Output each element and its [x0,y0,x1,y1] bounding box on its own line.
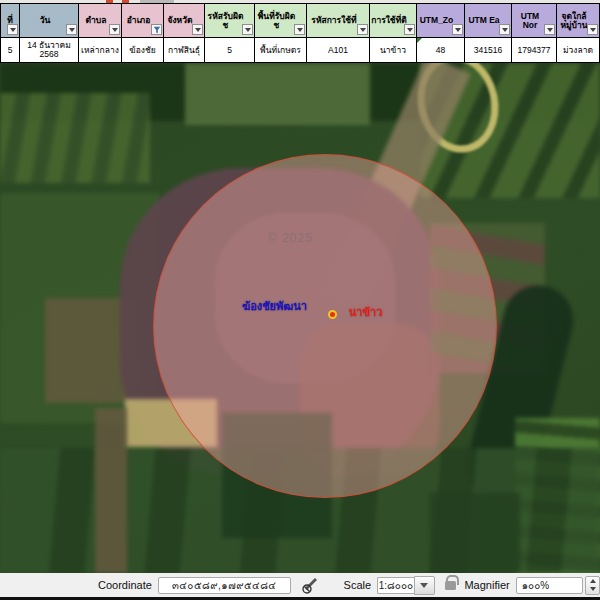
landuse-map-label: นาข้าว [349,303,383,321]
magnifier-spinner[interactable] [585,576,600,595]
column-header-landuse-code[interactable]: รหัสการใช้ที่ [307,4,370,37]
survey-point-marker[interactable] [328,310,337,319]
column-header-label: การใช้ที่ดิ [371,16,407,25]
filter-dropdown-icon[interactable] [242,24,253,35]
lock-icon [445,581,457,590]
column-header-no[interactable]: ที่ [0,4,20,37]
chevron-down-icon [420,583,428,588]
pen-disabled-icon [301,577,318,594]
cell-resp-area[interactable]: พื้นที่เกษตร [255,38,307,62]
column-header-label: จังหวัด [167,16,192,25]
cell-utm-zone[interactable]: 48 [417,38,465,62]
filter-dropdown-icon[interactable] [192,24,203,35]
cell-landuse-code[interactable]: A101 [307,38,370,62]
cell-utm-east[interactable]: 341516 [465,38,512,62]
gis-application-window: ที่ วัน ตำบล อำเภอ จังหวัด รหัสรับผิดช พ… [0,0,600,600]
filter-dropdown-icon[interactable] [66,24,77,35]
filter-dropdown-icon[interactable] [499,24,510,35]
column-header-label: พื้นที่รับผิดช [256,12,297,30]
column-header-resp-area[interactable]: พื้นที่รับผิดช [255,4,307,37]
column-header-label: วัน [40,16,51,25]
column-header-resp-code[interactable]: รหัสรับผิดช [205,4,255,37]
coordinate-label: Coordinate [98,579,152,591]
scale-label: Scale [344,579,372,591]
column-header-label: UTM Ea [468,16,499,25]
chevron-up-icon [590,579,596,583]
spinner-down-button[interactable] [586,585,599,594]
cell-nearest-village[interactable]: ม่วงลาด [557,38,600,62]
buffer-circle-overlay [153,154,497,498]
filter-dropdown-icon[interactable] [404,24,415,35]
filter-dropdown-icon[interactable] [7,24,18,35]
status-bar: Coordinate ๓๔๐๕๘๙,๑๗๙๕๔๘๔ Scale 1:๘๐๐๐ M… [0,573,600,597]
scale-input[interactable]: 1:๘๐๐๐ [377,577,414,594]
magnifier-label: Magnifier [464,579,509,591]
toolbar-icon-fragment [122,0,129,3]
table-row[interactable]: 5 14 ธันวาคม 2568 เหล่ากลาง ฆ้องชัย กาฬส… [0,38,600,63]
cell-utm-north[interactable]: 1794377 [512,38,557,62]
cell-no[interactable]: 5 [0,38,20,62]
cell-subdistrict[interactable]: เหล่ากลาง [79,38,122,62]
filter-dropdown-icon[interactable] [452,24,463,35]
chevron-down-icon [590,587,596,591]
column-header-label: ตำบล [86,16,107,25]
column-header-date[interactable]: วัน [20,4,79,37]
column-header-utm-east[interactable]: UTM Ea [465,4,512,37]
filter-dropdown-icon[interactable] [587,24,598,35]
map-field-patch [95,408,127,573]
filter-dropdown-icon[interactable] [544,24,555,35]
column-header-label: อำเภอ [127,16,151,25]
scale-dropdown-button[interactable] [414,576,435,595]
filter-funnel-icon[interactable] [151,24,162,35]
column-header-district[interactable]: อำเภอ [122,4,164,37]
coordinate-input[interactable]: ๓๔๐๕๘๙,๑๗๙๕๔๘๔ [158,577,291,594]
column-header-nearest-village[interactable]: จุดใกล้หมู่บ้าน [557,4,600,37]
toolbar-sliver [0,0,600,3]
spinner-up-button[interactable] [586,577,599,586]
column-header-label: จุดใกล้หมู่บ้าน [558,12,590,30]
column-header-utm-north[interactable]: UTM Nor [512,4,557,37]
column-header-utm-zone[interactable]: UTM_Zo [417,4,465,37]
column-header-label: UTM_Zo [420,16,454,25]
cell-utm-zone-value: 48 [436,46,445,55]
filter-dropdown-icon[interactable] [109,24,120,35]
magnifier-value: ๑๐๐% [522,578,549,593]
cell-landuse[interactable]: นาข้าว [370,38,417,62]
toolbar-icon-fragment [140,0,174,3]
filter-dropdown-icon[interactable] [357,24,368,35]
column-header-label: รหัสการใช้ที่ [311,16,356,25]
cell-error-flag [417,38,422,43]
map-dark-field [430,493,520,573]
map-canvas[interactable]: © 2025 ฆ้องชัยพัฒนา นาข้าว [0,63,600,573]
toolbar-icon-fragment [106,0,113,3]
map-field-patch [0,93,150,183]
map-field-patch [185,63,370,125]
coordinate-value: ๓๔๐๕๘๙,๑๗๙๕๔๘๔ [172,578,277,593]
cell-province[interactable]: กาฬสินธุ์ [164,38,205,62]
cell-district[interactable]: ฆ้องชัย [122,38,164,62]
filter-dropdown-icon[interactable] [294,24,305,35]
attribute-table: ที่ วัน ตำบล อำเภอ จังหวัด รหัสรับผิดช พ… [0,3,600,63]
magnifier-input[interactable]: ๑๐๐% [516,577,583,594]
cell-resp-code[interactable]: 5 [205,38,255,62]
column-header-province[interactable]: จังหวัด [164,4,205,37]
attribute-table-header: ที่ วัน ตำบล อำเภอ จังหวัด รหัสรับผิดช พ… [0,4,600,38]
cell-date[interactable]: 14 ธันวาคม 2568 [20,38,79,62]
column-header-landuse[interactable]: การใช้ที่ดิ [370,4,417,37]
subdistrict-map-label: ฆ้องชัยพัฒนา [242,297,307,315]
column-header-label: UTM Nor [513,12,547,30]
column-header-subdistrict[interactable]: ตำบล [79,4,122,37]
column-header-label: รหัสรับผิดช [206,12,245,30]
imagery-watermark: © 2025 [268,231,313,245]
scale-value: 1:๘๐๐๐ [379,578,413,593]
